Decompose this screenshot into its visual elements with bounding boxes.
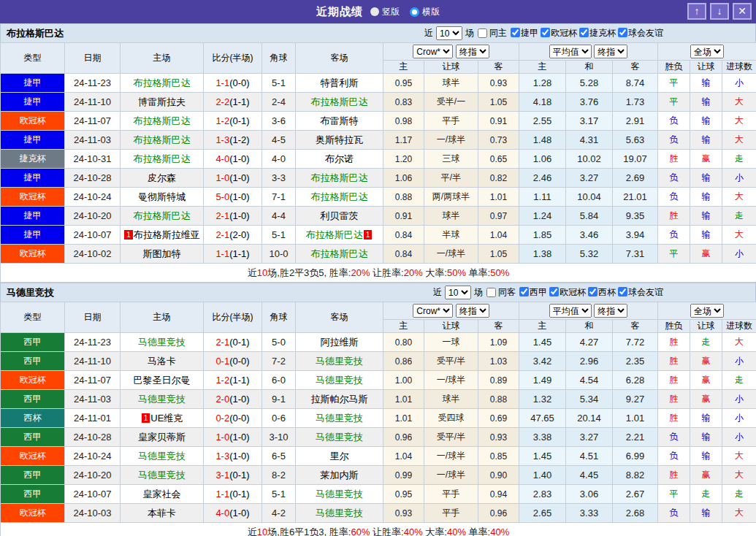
handicap-result: 赢 [690, 245, 722, 264]
avg-away-odds: 6.28 [613, 371, 658, 390]
halftime-score: (1-0) [229, 394, 249, 405]
goals-result: 小 [722, 428, 756, 447]
avg-draw-odds: 3.76 [566, 93, 613, 112]
average-stage-select[interactable]: 终指 [594, 45, 627, 58]
same-venue-checkbox[interactable] [486, 288, 496, 297]
home-odds: 0.96 [383, 428, 424, 447]
summary-text: 近10场,胜6平1负3, 胜率:60% 让胜率:40% 大率:40% 单率:40… [1, 523, 756, 536]
away-odds: 1.04 [478, 226, 519, 245]
match-row: 欧冠杯24-10-03本菲卡4-0(1-0)4-2马德里竞技0.93平手0.96… [1, 504, 756, 523]
fulltime-score: 2-2 [215, 96, 229, 107]
league-badge: 捷甲 [1, 169, 65, 188]
summary-segment: 场,胜2平3负5, 胜率: [267, 267, 351, 278]
score-cell: 1-1(0-0) [204, 74, 262, 93]
league-checkbox[interactable] [579, 28, 589, 37]
away-team-cell: 马德里竞技 [296, 504, 383, 523]
goals-result: 小 [722, 409, 756, 428]
home-team-cell: 布拉格斯巴达 [121, 112, 204, 131]
average-stage-select[interactable]: 终指 [594, 304, 627, 318]
away-odds: 0.97 [478, 207, 519, 226]
match-row: 欧冠杯24-11-07巴黎圣日尔曼1-2(1-1)6-0马德里竞技1.00一/球… [1, 371, 756, 390]
avg-home-odds: 2.65 [519, 504, 566, 523]
home-team-cell: 曼彻斯特城 [121, 188, 204, 207]
handicap-result: 输 [690, 428, 722, 447]
summary-segment: 大率: [423, 267, 447, 278]
same-venue-checkbox[interactable] [478, 28, 487, 38]
handicap-result: 输 [690, 188, 722, 207]
move-down-button[interactable]: ↓ [710, 3, 729, 20]
avg-away-odds: 2.68 [613, 504, 658, 523]
goals-result: 大 [722, 112, 756, 131]
home-team-cell: 本菲卡 [121, 504, 204, 523]
corner-score: 6-0 [262, 371, 296, 390]
rounds-select[interactable]: 10 [445, 286, 471, 299]
avg-home-odds: 1.11 [519, 188, 566, 207]
avg-away-odds: 2.67 [613, 485, 658, 504]
home-team-name: 皇家贝蒂斯 [138, 432, 186, 443]
league-checkbox[interactable] [588, 287, 597, 296]
away-team-cell: 布拉格斯巴达 [296, 245, 383, 264]
rounds-select[interactable]: 10 [436, 26, 462, 40]
radio-horizontal-layout[interactable]: 横版 [410, 6, 440, 18]
home-team-cell: 皮尔森 [121, 169, 204, 188]
handicap-line: 一/球半 [424, 466, 478, 485]
fulltime-select[interactable]: 全场 [690, 45, 724, 58]
odds-stage-select[interactable]: 终指 [456, 304, 489, 318]
home-team-cell: 1布拉格斯拉维亚 [121, 226, 204, 245]
home-team-cell: 巴黎圣日尔曼 [121, 371, 204, 390]
league-checkbox[interactable] [618, 28, 627, 37]
away-odds: 1.05 [478, 93, 519, 112]
odds-source-select[interactable]: Crow* [413, 304, 453, 318]
away-team-name: 拉斯帕尔马斯 [311, 394, 368, 405]
avg-home-odds: 1.28 [519, 74, 566, 93]
halftime-score: (1-0) [229, 451, 249, 462]
summary-segment: 40% [404, 527, 423, 536]
subcol-avg-home: 主 [519, 320, 566, 333]
handicap-line: 平手 [424, 112, 478, 131]
halftime-score: (1-0) [229, 508, 249, 518]
score-cell: 1-3(1-0) [204, 447, 262, 466]
winlose-result: 胜 [658, 333, 690, 352]
avg-draw-odds: 10.04 [566, 188, 613, 207]
subcol-winlose: 胜负 [658, 320, 690, 333]
average-select[interactable]: 平均值 [549, 45, 592, 58]
score-cell: 3-1(0-1) [204, 466, 262, 485]
home-team-cell: 布拉格斯巴达 [121, 131, 204, 150]
summary-segment: 近 [248, 527, 257, 536]
fulltime-score: 3-1 [215, 470, 229, 481]
league-checkbox[interactable] [519, 287, 529, 296]
league-badge: 欧冠杯 [1, 112, 65, 131]
handicap-line: 受平/半 [424, 428, 478, 447]
odds-source-select[interactable]: Crow* [413, 45, 453, 58]
avg-home-odds: 2.46 [519, 169, 566, 188]
league-badge: 西甲 [1, 428, 65, 447]
match-date: 24-10-28 [65, 428, 121, 447]
match-row: 欧冠杯24-10-24曼彻斯特城5-0(1-0)7-1布拉格斯巴达0.88两/两… [1, 188, 756, 207]
move-up-button[interactable]: ↑ [687, 3, 706, 20]
summary-segment: 让胜率: [370, 527, 403, 536]
away-team-name: 里尔 [330, 451, 349, 462]
fulltime-score: 1-2 [215, 115, 229, 126]
score-cell: 4-0(1-0) [204, 150, 262, 169]
handicap-line: 一球 [424, 333, 478, 352]
summary-segment: 50% [490, 267, 509, 278]
avg-away-odds: 19.07 [613, 150, 658, 169]
league-checkbox[interactable] [511, 28, 520, 37]
halftime-score: (0-1) [229, 115, 249, 126]
fulltime-select[interactable]: 全场 [690, 304, 724, 318]
home-team-cell: 马洛卡 [121, 352, 204, 371]
handicap-line: 球半 [424, 207, 478, 226]
goals-result: 大 [722, 188, 756, 207]
close-button[interactable]: ✕ [733, 3, 752, 20]
odds-stage-select[interactable]: 终指 [456, 45, 489, 58]
league-checkbox[interactable] [541, 28, 550, 37]
radio-vertical-layout[interactable]: 竖版 [370, 6, 400, 18]
average-select[interactable]: 平均值 [549, 304, 592, 318]
league-checkbox[interactable] [549, 287, 559, 296]
goals-result: 走 [722, 485, 756, 504]
corner-score: 7-2 [262, 352, 296, 371]
handicap-result: 输 [690, 504, 722, 523]
league-checkbox[interactable] [618, 287, 627, 296]
winlose-result: 胜 [658, 371, 690, 390]
rank-badge: 1 [124, 230, 133, 240]
